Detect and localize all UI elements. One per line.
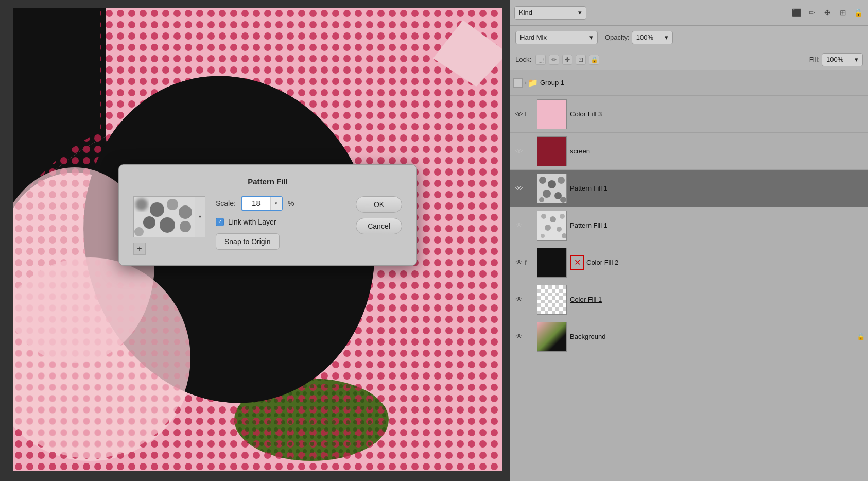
ok-button[interactable]: OK [356, 196, 402, 213]
layer-row[interactable]: 👁 Pattern Fill 1 [510, 207, 868, 244]
scale-input[interactable] [242, 197, 270, 210]
dialog-buttons: OK Cancel [356, 196, 402, 234]
group-select-checkbox[interactable] [513, 78, 523, 88]
layer-name: Color Fill 3 [570, 110, 865, 118]
thumbnail-pattern-svg [537, 174, 567, 203]
svg-point-36 [545, 225, 551, 231]
visibility-icon[interactable]: 👁 [513, 257, 525, 268]
svg-point-39 [562, 233, 567, 238]
lock-image-icon[interactable]: ✏ [549, 55, 559, 65]
layer-name: Pattern Fill 1 [570, 184, 865, 192]
fill-label: Fill: [809, 56, 820, 63]
filter-move-icon[interactable]: ✤ [822, 7, 833, 19]
layer-row[interactable]: 👁 f ✕ Color Fill 2 [510, 244, 868, 281]
svg-point-21 [160, 217, 175, 233]
snap-to-origin-button[interactable]: Snap to Origin [216, 233, 280, 250]
kind-dropdown-label: Kind [519, 9, 532, 16]
add-pattern-button[interactable]: + [133, 243, 146, 255]
svg-point-27 [558, 177, 565, 184]
opacity-group: Opacity: 100% ▾ [605, 31, 673, 44]
layer-name: Pattern Fill 1 [570, 221, 865, 229]
blend-mode-dropdown[interactable]: Hard Mix ▾ [515, 31, 598, 44]
pattern-preview-thumbnail[interactable] [133, 196, 195, 237]
filter-adjustment-icon[interactable]: ✏ [806, 7, 818, 19]
canvas-area: Pattern Fill [0, 0, 510, 481]
layer-thumbnail [537, 211, 567, 240]
lock-transparent-icon[interactable]: ⬚ [535, 55, 546, 65]
layer-thumbnail [537, 248, 567, 278]
visibility-icon[interactable]: 👁 [513, 109, 525, 120]
filter-lock-icon[interactable]: 🔒 [853, 7, 864, 19]
filter-type-icon[interactable]: ⊞ [837, 7, 848, 19]
scale-dropdown-btn[interactable]: ▾ [270, 197, 282, 210]
right-panel: Kind ▾ ⬛ ✏ ✤ ⊞ 🔒 Hard Mix ▾ Opacity: 100… [510, 0, 868, 481]
layers-toolbar-row2: Hard Mix ▾ Opacity: 100% ▾ [510, 26, 868, 49]
svg-point-38 [541, 234, 545, 238]
svg-point-16 [135, 198, 148, 211]
layer-name: screen [570, 147, 865, 155]
svg-point-17 [150, 202, 164, 217]
layers-toolbar-row3: Lock: ⬚ ✏ ✤ ⊡ 🔒 Fill: 100% ▾ [510, 49, 868, 70]
layer-name: Color Fill 1 [570, 296, 865, 303]
lock-label: Lock: [515, 56, 531, 63]
layer-row[interactable]: 👁 Background 🔒 [510, 318, 868, 355]
lock-artboard-icon[interactable]: ⊡ [576, 55, 586, 65]
background-lock-icon: 🔒 [857, 333, 865, 341]
thumbnail-bg [537, 322, 566, 351]
layer-row[interactable]: 👁 Color Fill 1 [510, 281, 868, 318]
visibility-icon[interactable]: 👁 [513, 183, 525, 194]
toolbar-icons-row1: ⬛ ✏ ✤ ⊞ 🔒 [791, 7, 864, 19]
layer-extra-icon: f [525, 110, 534, 118]
filter-pixel-icon[interactable]: ⬛ [791, 7, 802, 19]
layer-thumbnail [537, 99, 567, 129]
visibility-icon[interactable]: 👁 [513, 220, 525, 231]
layer-row[interactable]: 👁 Pattern Fill 1 [510, 170, 868, 207]
blend-mode-value: Hard Mix [520, 33, 547, 41]
folder-icon: 📁 [528, 78, 538, 88]
layer-name: Group 1 [540, 79, 865, 87]
fill-value: 100% [826, 56, 843, 63]
svg-point-34 [550, 216, 556, 222]
layers-list: › 📁 Group 1 👁 f Color Fill 3 👁 screen 👁 [510, 70, 868, 481]
thumbnail-red [537, 137, 566, 166]
layer-row[interactable]: › 📁 Group 1 [510, 70, 868, 96]
link-with-layer-label: Link with Layer [228, 218, 276, 226]
layer-thumbnail [537, 285, 567, 315]
pattern-dropdown-btn[interactable]: ▾ [195, 196, 205, 237]
link-with-layer-checkbox[interactable]: ✓ [216, 218, 224, 226]
layer-thumbnail [537, 136, 567, 166]
svg-point-26 [548, 180, 556, 188]
svg-point-22 [180, 221, 191, 232]
scale-label: Scale: [216, 199, 236, 208]
lock-all-icon[interactable]: 🔒 [589, 55, 599, 65]
opacity-chevron: ▾ [665, 33, 668, 41]
opacity-label: Opacity: [605, 33, 630, 41]
layers-toolbar-row1: Kind ▾ ⬛ ✏ ✤ ⊞ 🔒 [510, 0, 868, 26]
kind-dropdown-chevron: ▾ [578, 9, 582, 16]
scale-input-wrap[interactable]: ▾ [241, 196, 283, 211]
group-chevron-icon[interactable]: › [525, 79, 527, 87]
layer-row[interactable]: 👁 screen [510, 133, 868, 170]
visibility-icon[interactable]: 👁 [513, 146, 525, 157]
color-fill-x-icon: ✕ [570, 255, 584, 270]
dialog-left-panel: ▾ + [133, 196, 205, 255]
scale-percent: % [288, 199, 294, 208]
visibility-icon[interactable]: 👁 [513, 331, 525, 342]
svg-point-28 [543, 190, 551, 198]
fill-dropdown[interactable]: 100% ▾ [822, 53, 863, 66]
visibility-icon[interactable]: 👁 [513, 294, 525, 305]
svg-point-37 [557, 227, 562, 232]
svg-point-30 [539, 197, 544, 202]
kind-dropdown[interactable]: Kind ▾ [514, 6, 586, 20]
layer-row[interactable]: 👁 f Color Fill 3 [510, 96, 868, 133]
fill-group: Fill: 100% ▾ [809, 53, 863, 66]
layer-extra-icon: f [525, 259, 534, 266]
thumbnail-checker [537, 285, 566, 314]
svg-point-23 [134, 227, 144, 236]
pattern-preview-wrap: ▾ [133, 196, 205, 237]
lock-position-icon[interactable]: ✤ [562, 55, 572, 65]
lock-icons-group: ⬚ ✏ ✤ ⊡ 🔒 [535, 55, 599, 65]
opacity-dropdown[interactable]: 100% ▾ [632, 31, 673, 44]
cancel-button[interactable]: Cancel [356, 218, 402, 234]
thumbnail-pattern2-svg [537, 211, 567, 240]
